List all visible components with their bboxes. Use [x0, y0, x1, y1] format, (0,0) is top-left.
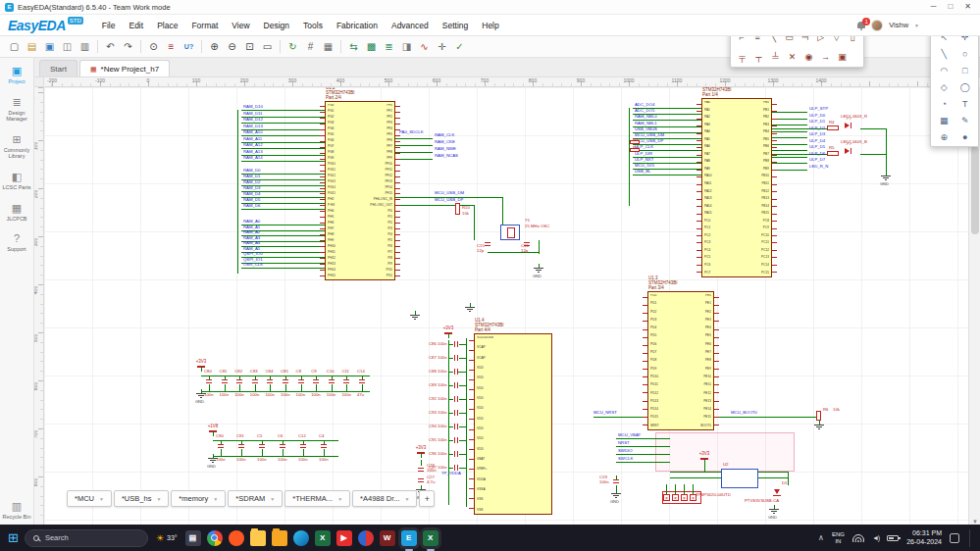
scrollbar-thumb[interactable]	[971, 146, 979, 234]
wire[interactable]	[449, 372, 453, 373]
net-label[interactable]: SWDIO	[618, 449, 633, 453]
wiring-plus5v-flag-tool-icon[interactable]: ┬	[751, 49, 766, 65]
wire[interactable]	[395, 152, 433, 153]
wire[interactable]	[466, 338, 467, 507]
taskbar-app-excel-green[interactable]: X	[315, 530, 331, 546]
wire[interactable]	[241, 209, 325, 210]
wire[interactable]	[285, 384, 286, 391]
toolbar-convert-pcb-icon[interactable]: ⇆	[345, 38, 362, 56]
menu-view[interactable]: View	[225, 15, 256, 35]
component-label[interactable]: R3	[633, 146, 639, 150]
gnd-flag[interactable]	[410, 315, 420, 316]
tab-start[interactable]: Start	[39, 60, 77, 76]
wire[interactable]	[670, 472, 721, 473]
taskbar-app-opera[interactable]	[358, 530, 374, 546]
wire[interactable]	[616, 446, 670, 447]
capacitor[interactable]	[313, 379, 319, 383]
wire[interactable]	[316, 384, 317, 391]
wiring-group-tool-icon[interactable]: ▣	[835, 49, 850, 65]
capacitor[interactable]	[454, 341, 458, 347]
sidebar-item-commonly-library[interactable]: ⊞Commonly Library	[0, 134, 33, 160]
sheet-tab--a4988-dr-[interactable]: *A4988 Dr...▼	[352, 490, 417, 507]
wire[interactable]	[616, 462, 670, 463]
drawing-circle-tool-icon[interactable]: ○	[957, 47, 973, 60]
taskbar-app-folder-yellow[interactable]	[250, 530, 266, 546]
toolbar-save-icon[interactable]: ▣	[41, 38, 58, 56]
sidebar-item-project[interactable]: ▣Project	[0, 66, 33, 85]
wire[interactable]	[459, 358, 466, 359]
drawing-arc-tool-icon[interactable]: ◠	[936, 64, 952, 76]
taskbar-app-youtube[interactable]: ▶	[336, 530, 352, 546]
wiring-pin-tool-icon[interactable]: →	[818, 49, 833, 65]
wire[interactable]	[449, 454, 453, 455]
wire[interactable]	[704, 464, 705, 472]
wire[interactable]	[666, 484, 667, 494]
component-label[interactable]: 4.7u	[427, 480, 435, 484]
wire[interactable]	[421, 460, 422, 466]
menu-setting[interactable]: Setting	[436, 15, 475, 35]
wire[interactable]	[209, 384, 210, 391]
net-label[interactable]: LED_R_N	[809, 165, 828, 169]
drawing-pie-tool-icon[interactable]: ◔	[936, 97, 952, 110]
tray-chevron-icon[interactable]: ∧	[818, 534, 824, 542]
wire[interactable]	[255, 384, 256, 391]
wire[interactable]	[860, 154, 886, 155]
wire[interactable]	[346, 384, 347, 391]
close-button[interactable]: ✕	[964, 3, 971, 11]
taskbar-app-word-maroon[interactable]: W	[380, 530, 395, 546]
wire[interactable]	[459, 468, 466, 469]
wire[interactable]	[449, 440, 453, 441]
wire[interactable]	[362, 384, 363, 391]
gnd-flag[interactable]	[534, 268, 543, 269]
wire[interactable]	[449, 358, 453, 359]
ic-u1.4[interactable]: VDD33USBVCAPVCAPVDDVDDVDDVDDVDDVDDVDDVDD…	[474, 333, 552, 515]
capacitor[interactable]	[218, 444, 224, 448]
volume-icon[interactable]: ◄)	[872, 534, 879, 541]
wifi-icon[interactable]	[852, 534, 864, 542]
net-label[interactable]: ULP_D1	[809, 120, 825, 124]
component-label[interactable]: R4	[829, 121, 835, 125]
component-label[interactable]: R2	[633, 138, 639, 142]
gnd-flag[interactable]	[196, 393, 206, 394]
net-label[interactable]: RAM_D5	[243, 198, 260, 202]
wire[interactable]	[772, 170, 807, 171]
capacitor[interactable]	[343, 379, 349, 383]
component-label[interactable]: LED2 0603_B	[841, 140, 867, 144]
net-label[interactable]: RAM_A13	[243, 150, 263, 154]
resistor[interactable]	[827, 125, 839, 130]
toolbar-cross-probe-icon[interactable]: ✛	[434, 38, 450, 56]
gnd-flag[interactable]	[769, 509, 779, 510]
component-label[interactable]: Y1	[525, 219, 530, 223]
avatar[interactable]	[871, 20, 883, 31]
capacitor[interactable]	[280, 444, 285, 448]
net-label[interactable]: MCU_USB_DM	[435, 191, 464, 195]
gnd-flag[interactable]	[611, 493, 621, 494]
connector-pad[interactable]: ×	[672, 494, 679, 501]
capacitor[interactable]	[418, 478, 424, 482]
wire[interactable]	[629, 108, 630, 206]
net-label[interactable]: QSPI_IO0	[243, 252, 263, 256]
toolbar-symbol-u-icon[interactable]: U?	[181, 38, 197, 56]
toolbar-search-component-icon[interactable]: ⊙	[145, 38, 162, 56]
capacitor[interactable]	[267, 379, 273, 383]
net-label[interactable]: RAM_D11	[243, 112, 263, 116]
net-label[interactable]: RAM_NBL1	[635, 122, 657, 125]
toolbar-pcb-view-icon[interactable]: ▩	[363, 38, 380, 56]
net-label[interactable]: RAM_D13	[243, 125, 263, 128]
wire[interactable]	[772, 125, 807, 125]
capacitor[interactable]	[321, 444, 327, 448]
sheet-tab--mcu[interactable]: *MCU▼	[67, 490, 112, 507]
menu-place[interactable]: Place	[150, 15, 184, 35]
wire[interactable]	[704, 459, 705, 464]
wire[interactable]	[421, 453, 422, 458]
wire[interactable]	[449, 399, 453, 400]
wire[interactable]	[237, 110, 238, 274]
net-label[interactable]: ULP_STP	[809, 107, 828, 111]
net-label[interactable]: ULP_D4	[809, 139, 825, 143]
wire[interactable]	[449, 426, 453, 427]
drawing-rect-tool-icon[interactable]: □	[957, 64, 973, 76]
wire[interactable]	[241, 161, 325, 162]
net-label[interactable]: RAM_D10	[243, 105, 263, 109]
net-label[interactable]: RAM_A12	[243, 143, 263, 147]
capacitor[interactable]	[206, 379, 212, 383]
